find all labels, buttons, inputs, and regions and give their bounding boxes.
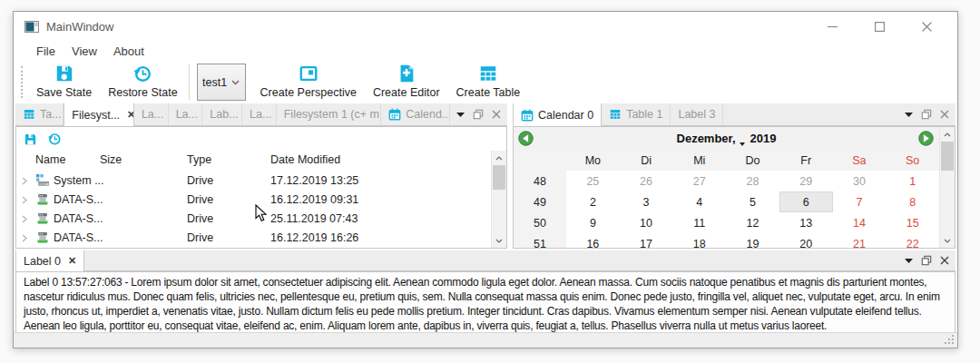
table-row[interactable]: System ... Drive 17.12.2019 13:25 [16,172,506,191]
tab-label: Label 0 [24,255,61,268]
calendar-day[interactable]: 5 [726,191,779,212]
table-row[interactable]: DATA-S... Drive 16.12.2019 09:31 [16,191,506,210]
restore-state-button[interactable]: Restore State [100,61,185,103]
expand-chevron-icon[interactable] [22,234,27,242]
table-row[interactable]: DATA-S... Drive 16.12.2019 16:26 [16,229,506,248]
calendar-day[interactable]: 18 [672,233,726,248]
calendar-day[interactable]: 10 [620,212,673,233]
column-type[interactable]: Type [187,153,211,166]
tab-label-3[interactable]: Lab... [202,103,242,125]
calendar-day[interactable]: 7 [833,191,887,212]
close-button[interactable] [903,12,950,41]
calendar-day[interactable]: 19 [726,233,779,248]
maximize-button[interactable] [856,12,903,41]
calendar-month[interactable]: Dezember, [677,132,736,145]
create-editor-button[interactable]: Create Editor [365,61,448,103]
column-name[interactable]: Name [35,153,65,166]
scroll-thumb[interactable] [493,165,505,190]
expand-chevron-icon[interactable] [22,215,27,223]
close-dock-icon[interactable] [492,110,501,119]
float-dock-icon[interactable] [921,255,932,266]
perspective-combo-value: test1 [202,76,227,89]
tab-label-4[interactable]: La... [242,103,277,125]
calendar-scrollbar[interactable] [939,127,955,248]
tab-table-1[interactable]: Table 1 [602,103,671,125]
calendar-day[interactable]: 22 [886,233,939,248]
calendar-day[interactable]: 30 [833,171,887,191]
calendar-day[interactable]: 25 [566,171,620,191]
calendar-day[interactable]: 14 [833,212,887,233]
calendar-day[interactable]: 15 [886,212,939,233]
calendar-day[interactable]: 11 [672,212,726,233]
calendar-day[interactable]: 1 [886,171,939,191]
calendar-day[interactable]: 9 [566,212,620,233]
calendar-day[interactable]: 21 [833,233,887,248]
calendar-day[interactable]: 12 [726,212,779,233]
next-month-icon[interactable] [918,131,934,146]
tab-table-0[interactable]: Ta... [15,103,64,125]
tab-label-3[interactable]: Label 3 [671,103,723,125]
tabs-menu-icon[interactable] [456,113,465,117]
month-dropdown-icon[interactable] [740,142,745,146]
prev-month-icon[interactable] [518,131,534,146]
tab-filesystem-1[interactable]: Filesystem 1 (c+ m... [277,103,382,125]
toolbar-drag-handle[interactable] [21,66,23,98]
create-perspective-button[interactable]: Create Perspective [252,61,365,103]
tab-close-icon[interactable]: ✕ [68,255,76,267]
expand-chevron-icon[interactable] [22,196,27,204]
column-size[interactable]: Size [100,153,122,166]
calendar-day[interactable]: 16 [566,233,620,248]
menu-file[interactable]: File [28,43,64,60]
scroll-track[interactable] [492,190,506,233]
week-number: 51 [514,233,566,248]
tab-label-0[interactable]: Label 0 ✕ [15,250,84,271]
save-state-button[interactable]: Save State [28,61,100,103]
column-date-modified[interactable]: Date Modified [270,153,340,166]
calendar-day[interactable]: 28 [726,171,779,191]
tab-filesystem-active[interactable]: Filesyst... ✕ [64,103,134,126]
scroll-track[interactable] [940,171,955,233]
tab-calendar-0[interactable]: Calendar 0 [513,103,602,126]
calendar-content: Dezember, 2019 Mo Di Mi Do Fr Sa So [513,126,956,249]
expand-chevron-icon[interactable] [22,177,27,185]
calendar-day-selected[interactable]: 6 [779,191,833,212]
scroll-down-icon[interactable] [940,233,955,248]
close-dock-icon[interactable] [940,110,949,119]
tab-calendar[interactable]: Calend... [381,103,450,125]
tab-label-2[interactable]: La... [169,103,203,125]
restore-icon[interactable] [47,132,62,146]
scroll-up-icon[interactable] [940,127,955,142]
tabs-menu-icon[interactable] [905,113,913,117]
calendar-day[interactable]: 4 [672,191,726,212]
calendar-day[interactable]: 3 [620,191,673,212]
cell-name: DATA-S... [54,212,103,225]
float-dock-icon[interactable] [921,109,932,120]
tabs-menu-icon[interactable] [905,259,913,263]
minimize-button[interactable] [808,12,856,41]
calendar-day[interactable]: 13 [779,212,833,233]
save-icon[interactable] [24,132,37,146]
tab-close-icon[interactable]: ✕ [127,109,134,121]
table-row[interactable]: DATA-S... Drive 25.11.2019 07:43 [16,210,506,229]
table-scrollbar[interactable] [491,151,506,248]
resize-grip[interactable] [944,334,955,345]
scroll-up-icon[interactable] [492,151,506,165]
calendar-day[interactable]: 26 [620,171,673,191]
menu-view[interactable]: View [64,43,105,60]
calendar-day[interactable]: 29 [779,171,833,191]
tab-label-1[interactable]: La... [134,103,169,125]
scroll-down-icon[interactable] [492,233,506,248]
close-dock-icon[interactable] [940,256,949,265]
calendar-day[interactable]: 27 [672,171,726,191]
calendar-year[interactable]: 2019 [750,132,777,145]
create-table-button[interactable]: Create Table [448,61,529,103]
menu-about[interactable]: About [105,43,152,60]
calendar-day[interactable]: 20 [779,233,833,248]
perspective-combobox[interactable]: test1 [197,64,246,101]
calendar-day[interactable]: 17 [620,233,673,248]
calendar-day[interactable]: 2 [566,191,620,212]
left-dock-controls [450,103,507,125]
scroll-thumb[interactable] [941,142,954,171]
calendar-day[interactable]: 8 [886,191,939,212]
float-dock-icon[interactable] [473,109,484,120]
